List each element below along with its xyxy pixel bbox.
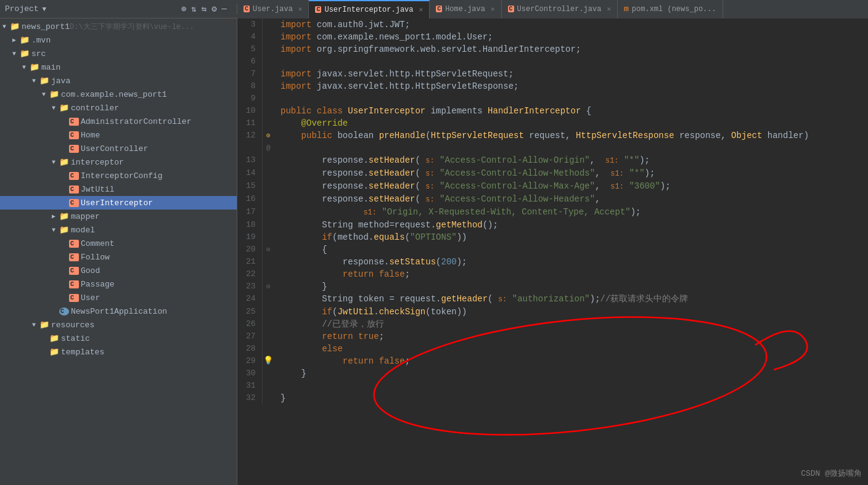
line-content-17: s1: "Origin, X-Requested-With, Content-T… [274,206,868,219]
sidebar-item-passage[interactable]: ▶ C Passage [0,277,237,291]
gutter-17 [262,206,274,219]
line-num-21: 21 [237,256,262,268]
line-num-32: 32 [237,392,262,404]
file-icon-user: C [69,294,79,302]
tab-close-home[interactable]: ✕ [491,5,495,13]
tab-icon-c3: C [436,6,442,12]
code-line-8: 8 import javax.servlet.http.HttpServletR… [237,80,868,92]
tab-close-userinterceptor[interactable]: ✕ [419,6,424,14]
chevron-down-icon7: ▼ [52,159,59,166]
tab-close-usercontroller[interactable]: ✕ [607,5,611,13]
tab-close-user[interactable]: ✕ [298,5,303,13]
sidebar-item-good[interactable]: ▶ C Good [0,264,237,277]
line-content-3: import com.auth0.jwt.JWT; [274,18,868,31]
line-num-15: 15 [237,180,262,193]
tab-label-userinterceptor: UserInterceptor.java [324,6,413,14]
sidebar-item-jwtutil[interactable]: ▶ C JwtUtil [0,182,237,196]
folder-icon-main: 📁 [30,62,39,72]
folder-icon-mapper: 📁 [59,211,69,221]
sidebar-item-controller[interactable]: ▼ 📁 controller [0,101,237,115]
sidebar-item-interceptorconfig[interactable]: ▶ C InterceptorConfig [0,169,237,182]
resources-label: resources [51,320,94,330]
bulb-icon[interactable]: 💡 [263,356,273,365]
sidebar-item-main[interactable]: ▼ 📁 main [0,60,237,74]
sort-icon[interactable]: ⇅ [191,4,196,14]
line-content-5: import org.springframework.web.servlet.H… [274,43,868,55]
tab-home-java[interactable]: C Home.java ✕ [430,0,501,18]
sidebar-item-project-root[interactable]: ▼ 📁 news_port1 D:\大三下学期学习资料\vue-le... [0,20,237,33]
newsport1app-label: NewsPort1Application [71,307,167,316]
project-path-label: D:\大三下学期学习资料\vue-le... [70,22,194,32]
sidebar-item-mapper[interactable]: ▶ 📁 mapper [0,210,237,223]
tab-pom-xml[interactable]: m pom.xml (news_po... [618,0,723,18]
gutter-4 [262,31,274,43]
sidebar-item-home[interactable]: ▶ C Home [0,128,237,142]
project-dropdown-icon[interactable]: ▼ [43,6,47,13]
line-content-22: return false; [274,268,868,280]
project-name-label: news_port1 [22,22,70,31]
code-line-18: 18 String method=request.getMethod(); [237,219,868,231]
code-line-25: 25 if(JwtUtil.checkSign(token)) [237,306,868,318]
gutter-3 [262,18,274,31]
line-num-18: 18 [237,219,262,231]
code-line-21: 21 response.setStatus(200); [237,256,868,268]
sidebar-item-user[interactable]: ▶ C User [0,291,237,304]
line-num-30: 30 [237,367,262,380]
sidebar: ▼ 📁 news_port1 D:\大三下学期学习资料\vue-le... ▶ … [0,18,237,485]
minimize-icon[interactable]: — [222,4,227,14]
chevron-right-icon: ▶ [12,36,20,44]
folder-icon-resources: 📁 [39,320,49,330]
gutter-9 [262,92,274,105]
folder-icon-package: 📁 [49,89,59,99]
sidebar-item-resources[interactable]: ▼ 📁 resources [0,318,237,332]
sidebar-item-admin-controller[interactable]: ▶ C AdministratorController [0,115,237,128]
folder-icon-interceptor: 📁 [59,157,69,167]
line-num-8: 8 [237,80,262,92]
code-line-3: 3 import com.auth0.jwt.JWT; [237,18,868,31]
sidebar-item-mvn[interactable]: ▶ 📁 .mvn [0,33,237,47]
gutter-11 [262,117,274,129]
code-line-16: 16 response.setHeader( s: "Access-Contro… [237,193,868,206]
tabs-bar: C User.java ✕ C UserInterceptor.java ✕ C… [237,0,868,18]
settings-icon[interactable]: ⚙ [211,4,216,14]
line-content-14: response.setHeader( s: "Access-Control-A… [274,167,868,180]
sidebar-item-package[interactable]: ▼ 📁 com.example.news_port1 [0,88,237,101]
folder-icon-templates: 📁 [49,347,59,357]
tab-user-java[interactable]: C User.java ✕ [237,0,309,18]
gutter-24 [262,293,274,306]
sidebar-item-src[interactable]: ▼ 📁 src [0,47,237,60]
tab-userinterceptor-java[interactable]: C UserInterceptor.java ✕ [309,0,430,18]
code-line-13: 13 response.setHeader( s: "Access-Contro… [237,154,868,167]
line-content-31 [274,380,868,392]
sidebar-item-interceptor[interactable]: ▼ 📁 interceptor [0,155,237,169]
project-label: Project [5,4,39,14]
sidebar-item-usercontroller[interactable]: ▶ C UserController [0,142,237,155]
sidebar-item-templates[interactable]: ▶ 📁 templates [0,345,237,359]
gutter-30 [262,367,274,380]
gutter-14 [262,167,274,180]
sidebar-item-model[interactable]: ▼ 📁 model [0,223,237,237]
sidebar-item-comment[interactable]: ▶ C Comment [0,237,237,250]
sidebar-item-static[interactable]: ▶ 📁 static [0,332,237,345]
gutter-26 [262,318,274,330]
sidebar-item-follow[interactable]: ▶ C Follow [0,250,237,264]
line-content-29: return false; [274,355,868,367]
code-line-28: 28 else [237,343,868,355]
code-editor[interactable]: 3 import com.auth0.jwt.JWT; 4 import com… [237,18,868,485]
tab-usercontroller-java[interactable]: C UserController.java ✕ [502,0,618,18]
sidebar-item-newsport1app[interactable]: ▶ C NewsPort1Application [0,304,237,318]
line-num-31: 31 [237,380,262,392]
folder-icon: 📁 [10,22,20,31]
folder-icon-static: 📁 [49,333,59,343]
code-line-6: 6 [237,55,868,68]
gutter-32 [262,392,274,404]
line-num-28: 28 [237,343,262,355]
scope-icon[interactable]: ⊕ [181,4,186,14]
folder-icon-controller: 📁 [59,103,69,113]
sidebar-item-userinterceptor[interactable]: ▶ C UserInterceptor [0,196,237,210]
sort2-icon[interactable]: ⇆ [202,4,207,14]
file-icon-passage: C [69,280,79,288]
sidebar-item-java[interactable]: ▼ 📁 java [0,74,237,88]
gutter-19 [262,231,274,243]
gutter-28 [262,343,274,355]
